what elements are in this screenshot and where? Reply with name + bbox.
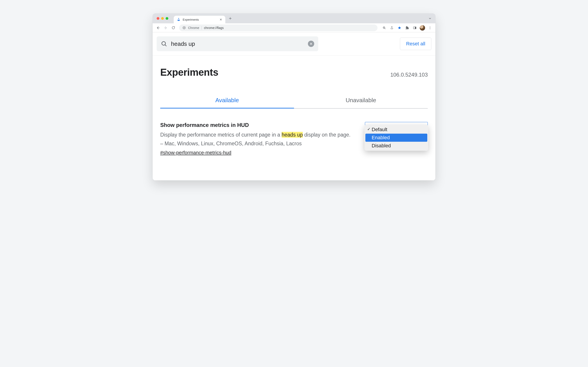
svg-rect-4 — [415, 27, 416, 29]
tab-available[interactable]: Available — [160, 94, 294, 108]
flag-select[interactable]: Default Enabled Disabled — [365, 122, 428, 156]
flag-desc-before: Display the performance metrics of curre… — [160, 132, 282, 138]
close-icon[interactable] — [219, 18, 223, 21]
svg-point-7 — [430, 29, 430, 29]
toolbar-actions — [381, 25, 433, 31]
tab-strip: Experiments — [153, 14, 435, 23]
search-icon — [161, 41, 167, 47]
search-highlight: heads up — [282, 132, 303, 138]
reload-button[interactable] — [170, 25, 177, 31]
flask-icon — [177, 18, 180, 21]
window-close-button[interactable] — [157, 17, 159, 20]
chrome-version: 106.0.5249.103 — [390, 72, 428, 78]
zoom-icon[interactable] — [381, 25, 387, 31]
window-zoom-button[interactable] — [166, 17, 168, 20]
tab-unavailable[interactable]: Unavailable — [294, 94, 428, 108]
flag-hash-link[interactable]: #show-performance-metrics-hud — [160, 150, 231, 156]
menu-icon[interactable] — [427, 25, 433, 31]
flag-row: Show performance metrics in HUD Display … — [153, 108, 435, 180]
browser-tab[interactable]: Experiments — [174, 16, 225, 23]
search-row: Reset all — [153, 32, 435, 56]
omnibox-prefix: Chrome — [188, 26, 199, 30]
tabs-row: Available Unavailable — [160, 94, 428, 108]
search-box — [157, 36, 318, 51]
flag-title: Show performance metrics in HUD — [160, 122, 351, 128]
address-bar[interactable]: Chrome chrome://flags — [179, 25, 378, 31]
share-icon[interactable] — [389, 25, 395, 31]
flag-description: Display the performance metrics of curre… — [160, 131, 351, 148]
dropdown-option-default[interactable]: Default — [365, 125, 427, 134]
extensions-icon[interactable] — [404, 25, 410, 31]
chrome-icon — [182, 26, 186, 30]
sidepanel-icon[interactable] — [412, 25, 418, 31]
tab-title: Experiments — [183, 18, 199, 21]
omnibox-url: chrome://flags — [204, 26, 224, 30]
dropdown-option-disabled[interactable]: Disabled — [365, 142, 427, 150]
page-title: Experiments — [160, 67, 218, 78]
dropdown-option-enabled[interactable]: Enabled — [365, 134, 427, 142]
flag-dropdown: Default Enabled Disabled — [364, 125, 428, 151]
window-minimize-button[interactable] — [161, 17, 164, 20]
reset-all-button[interactable]: Reset all — [400, 38, 431, 50]
back-button[interactable] — [155, 25, 161, 31]
flag-text: Show performance metrics in HUD Display … — [160, 122, 351, 156]
new-tab-button[interactable] — [227, 15, 234, 22]
svg-point-6 — [430, 27, 430, 28]
clear-search-button[interactable] — [308, 41, 314, 47]
window-controls — [157, 17, 168, 20]
svg-point-8 — [162, 42, 165, 45]
chevron-down-icon[interactable] — [427, 16, 433, 21]
svg-point-5 — [430, 26, 430, 27]
toolbar: Chrome chrome://flags — [153, 23, 435, 32]
browser-window: Experiments Chrome chrome://f — [153, 14, 435, 180]
bookmark-icon[interactable] — [396, 25, 403, 31]
header-row: Experiments 106.0.5249.103 — [153, 56, 435, 78]
omnibox-divider — [201, 26, 202, 30]
page-content: Reset all Experiments 106.0.5249.103 Ava… — [153, 32, 435, 180]
forward-button[interactable] — [162, 25, 169, 31]
svg-point-1 — [184, 27, 185, 28]
profile-avatar[interactable] — [419, 25, 426, 31]
search-input[interactable] — [171, 41, 304, 47]
